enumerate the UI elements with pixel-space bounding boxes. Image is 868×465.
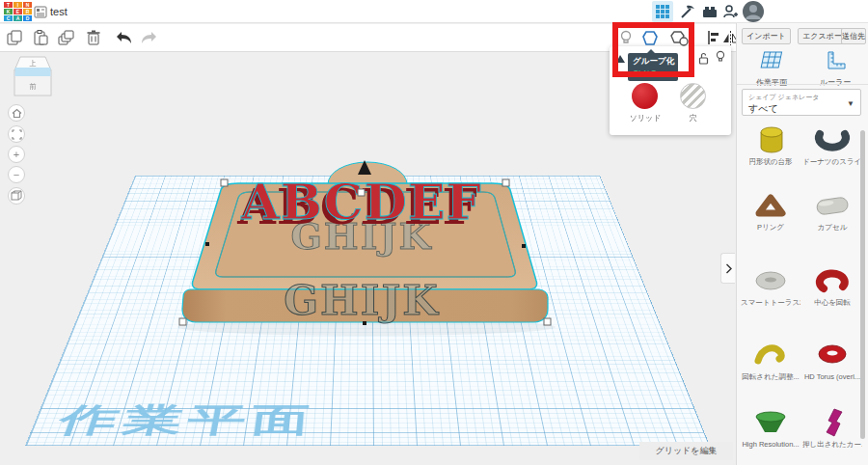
shape-item-smart-torus-2[interactable]: スマートトーラス2 <box>741 264 800 308</box>
workplane-grid: 作業平面 <box>25 176 710 446</box>
brick-icon[interactable] <box>700 2 719 21</box>
panel-collapse-tab[interactable] <box>720 253 735 284</box>
view-cube-top-label: 上 <box>30 60 37 67</box>
hole-swatch[interactable] <box>680 83 706 109</box>
solid-label: ソリッド <box>626 113 665 123</box>
ungroup-button[interactable] <box>668 27 690 48</box>
dashboard-grid-icon[interactable] <box>652 1 673 22</box>
shape-item-hd-torus[interactable]: HD Torus (overl... <box>802 339 862 381</box>
ruler-tool-label: ルーラー <box>808 77 862 88</box>
group-tooltip: グループ化 Ctrl+G <box>628 53 678 81</box>
show-hidden-bulb-icon[interactable] <box>615 27 637 48</box>
view-cube[interactable]: 上 前 <box>12 55 54 99</box>
shape-item-rotate-center[interactable]: 中心を回転 <box>802 264 862 308</box>
add-person-icon[interactable] <box>721 2 741 21</box>
panel-scrollbar[interactable] <box>860 130 865 439</box>
home-view-button[interactable] <box>8 104 25 122</box>
view-cube-front-label: 前 <box>30 83 37 90</box>
shape-item-high-resolution[interactable]: High Resolution... <box>741 406 800 449</box>
copy-button[interactable] <box>4 27 25 48</box>
import-button[interactable]: インポート <box>742 28 791 44</box>
workplane-tool[interactable]: 作業平面 <box>745 50 799 88</box>
rotate-center-icon <box>802 264 862 297</box>
donut-slice-icon <box>802 123 862 156</box>
shape-generator-caption: シェイプ ジェネレータ <box>748 93 819 102</box>
zoom-in-button[interactable]: + <box>8 146 25 163</box>
panel-divider <box>737 84 868 85</box>
solid-swatch[interactable] <box>632 83 658 109</box>
cylindrical-base-icon <box>741 123 800 156</box>
delete-button[interactable] <box>83 27 104 48</box>
shape-item-capsule[interactable]: カプセル <box>802 189 862 232</box>
duplicate-button[interactable] <box>56 27 77 48</box>
hd-torus-icon <box>802 339 862 371</box>
zoom-out-button[interactable]: − <box>8 166 25 183</box>
workplane-watermark: 作業平面 <box>52 398 316 443</box>
shape-item-p-ring[interactable]: Pリング <box>741 189 800 232</box>
ruler-tool[interactable]: ルーラー <box>808 50 862 88</box>
shape-item-rotated-adjust[interactable]: 回転された調整... <box>741 339 800 382</box>
shape-item-cylindrical-base[interactable]: 円形状の台形 <box>741 123 800 167</box>
lock-icon[interactable] <box>698 51 709 68</box>
tooltip-label: グループ化 <box>633 56 673 68</box>
visibility-bulb-icon[interactable] <box>716 50 725 68</box>
hole-label: 穴 <box>674 113 713 123</box>
workplane-tool-label: 作業平面 <box>745 77 799 88</box>
rotated-adjust-icon <box>741 339 800 371</box>
tinkercad-logo[interactable]: TIN KER CAD <box>4 2 32 21</box>
header-bar: TIN KER CAD test <box>0 0 868 23</box>
shape-item-extruded-curve[interactable]: 押し出されたカー... <box>802 406 862 450</box>
fit-view-button[interactable] <box>8 125 25 143</box>
p-ring-icon <box>741 189 800 222</box>
smart-torus-icon <box>741 264 800 297</box>
shape-generator-select[interactable]: シェイプ ジェネレータ すべて ▼ <box>742 89 861 116</box>
user-avatar[interactable] <box>743 1 764 26</box>
edit-grid-button[interactable]: グリッドを編集 <box>639 442 733 460</box>
extruded-curve-icon <box>802 406 862 439</box>
redo-button[interactable] <box>138 27 159 48</box>
capsule-icon <box>802 189 862 222</box>
tinkercad-window: TIN KER CAD test <box>0 0 868 465</box>
shapes-panel: インポート エクスポート 送信先 作業平面 ルーラー シェイプ ジェネレータ す… <box>736 23 868 465</box>
group-button[interactable] <box>639 27 661 48</box>
send-to-button[interactable]: 送信先 <box>841 28 866 44</box>
chevron-down-icon: ▼ <box>847 99 854 108</box>
undo-button[interactable] <box>114 27 135 48</box>
pickaxe-icon[interactable] <box>677 2 696 21</box>
high-resolution-cone-icon <box>741 406 800 439</box>
design-title[interactable]: test <box>50 6 68 17</box>
shape-item-donut-slice[interactable]: ドーナツのスライス <box>802 123 862 167</box>
shape-generator-value: すべて <box>748 102 778 116</box>
tooltip-shortcut: Ctrl+G <box>633 68 673 77</box>
shape-menu-icon[interactable] <box>614 51 627 63</box>
paste-button[interactable] <box>30 27 51 48</box>
perspective-toggle-button[interactable] <box>8 187 25 205</box>
document-properties-icon[interactable] <box>31 2 50 21</box>
